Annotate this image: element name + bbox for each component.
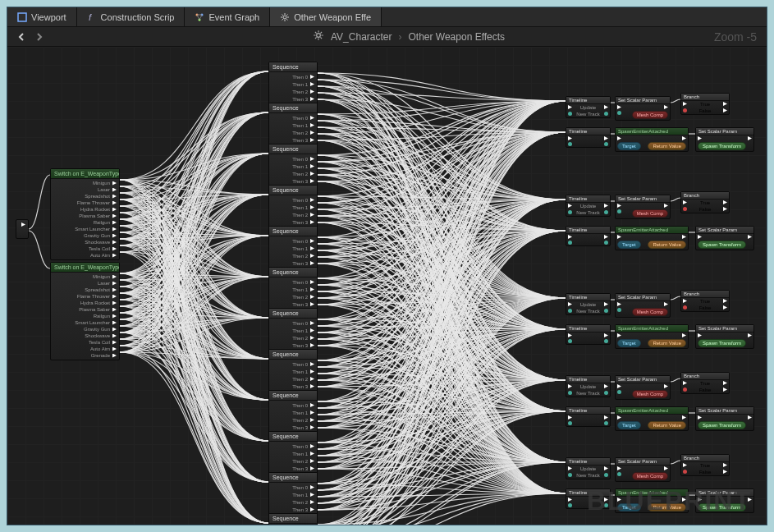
spawn-node[interactable]: SpawnEmitterAttachedTargetReturn Value	[615, 127, 689, 152]
then-pin[interactable]: Then 1	[272, 204, 314, 211]
then-pin[interactable]: Then 0	[272, 278, 314, 286]
then-pin[interactable]: Then 1	[272, 286, 314, 293]
then-pin[interactable]: Then 0	[272, 114, 314, 122]
output-pin[interactable]: Laser	[53, 280, 117, 287]
flow-node[interactable]: Set Scalar ParamMesh Comp	[615, 96, 671, 121]
flow-node[interactable]: TimelineUpdateNew Track	[566, 195, 611, 217]
then-pin[interactable]: Then 2	[272, 252, 314, 259]
switch-node-2[interactable]: Switch on E_WeaponType MinigunLaserSprea…	[50, 262, 120, 360]
output-pin[interactable]: Flame Thrower	[53, 293, 117, 300]
output-pin[interactable]: Spreadshot	[53, 287, 117, 293]
then-pin[interactable]: Then 2	[272, 88, 314, 95]
flow-node[interactable]: Timeline	[566, 127, 611, 148]
branch-node[interactable]: BranchTrueFalse	[680, 454, 730, 476]
output-pin[interactable]: Auto Aim	[53, 346, 117, 352]
breadcrumb-root[interactable]: AV_Character	[331, 31, 392, 43]
flow-node[interactable]: TimelineUpdateNew Track	[566, 375, 611, 397]
then-pin[interactable]: Then 3	[272, 506, 314, 513]
then-pin[interactable]: Then 0	[272, 484, 314, 491]
flow-node[interactable]: Set Scalar ParamMesh Comp	[615, 293, 671, 318]
spawn-node[interactable]: SpawnEmitterAttachedTargetReturn Value	[615, 226, 689, 250]
then-pin[interactable]: Then 2	[272, 170, 314, 177]
output-pin[interactable]: Gravity Gun	[53, 232, 117, 239]
flow-node[interactable]: Set Scalar ParamSpawn Transform	[695, 226, 754, 250]
output-pin[interactable]: Spreadshot	[53, 193, 117, 200]
then-pin[interactable]: Then 2	[272, 498, 314, 506]
then-pin[interactable]: Then 0	[272, 360, 314, 368]
output-pin[interactable]: Plasma Saber	[53, 306, 117, 313]
output-pin[interactable]: Tesla Coil	[53, 245, 117, 252]
then-pin[interactable]: Then 3	[272, 342, 314, 349]
output-pin[interactable]: Gravity Gun	[53, 326, 117, 332]
then-pin[interactable]: Then 3	[272, 300, 314, 308]
then-pin[interactable]: Then 0	[272, 73, 314, 80]
then-pin[interactable]: Then 2	[272, 334, 314, 342]
tab-other-weapon[interactable]: Other Weapon Effe	[270, 7, 382, 26]
then-pin[interactable]: Then 2	[272, 293, 314, 300]
output-pin[interactable]: Smart Launcher	[53, 226, 117, 232]
output-pin[interactable]: Smart Launcher	[53, 319, 117, 326]
tab-construction[interactable]: f Construction Scrip	[77, 7, 185, 26]
output-pin[interactable]: Laser	[53, 186, 117, 193]
entry-node[interactable]	[16, 219, 29, 239]
then-pin[interactable]: Then 2	[272, 375, 314, 383]
spawn-node[interactable]: SpawnEmitterAttachedTargetReturn Value	[615, 324, 689, 349]
branch-node[interactable]: BranchTrueFalse	[680, 191, 730, 213]
then-pin[interactable]: Then 2	[272, 416, 314, 424]
then-pin[interactable]: Then 1	[272, 368, 314, 375]
then-pin[interactable]: Then 3	[272, 136, 314, 144]
output-pin[interactable]: Flame Thrower	[53, 200, 117, 206]
then-pin[interactable]: Then 1	[272, 409, 314, 416]
then-pin[interactable]: Then 3	[272, 95, 314, 103]
flow-node[interactable]: TimelineUpdateNew Track	[566, 293, 611, 315]
output-pin[interactable]: Hydra Rocket	[53, 206, 117, 213]
flow-node[interactable]: Set Scalar ParamMesh Comp	[615, 457, 671, 482]
branch-node[interactable]: BranchTrueFalse	[680, 372, 730, 394]
then-pin[interactable]: Then 1	[272, 163, 314, 170]
nav-back-button[interactable]	[14, 30, 29, 44]
then-pin[interactable]: Then 2	[272, 457, 314, 465]
then-pin[interactable]: Then 1	[272, 450, 314, 457]
then-pin[interactable]: Then 1	[272, 122, 314, 129]
output-pin[interactable]: Railgun	[53, 219, 117, 226]
graph-canvas[interactable]: Switch on E_WeaponType MinigunLaserSprea…	[7, 47, 767, 525]
tab-event-graph[interactable]: Event Graph	[185, 7, 270, 26]
flow-node[interactable]: Set Scalar ParamSpawn Transform	[695, 127, 754, 152]
output-pin[interactable]: Plasma Saber	[53, 213, 117, 219]
output-pin[interactable]: Shockwave	[53, 332, 117, 339]
flow-node[interactable]: Timeline	[566, 406, 611, 427]
then-pin[interactable]: Then 3	[272, 259, 314, 267]
flow-node[interactable]: TimelineUpdateNew Track	[566, 457, 611, 479]
nav-forward-button[interactable]	[32, 30, 47, 44]
then-pin[interactable]: Then 1	[272, 327, 314, 334]
then-pin[interactable]: Then 3	[272, 465, 314, 472]
then-pin[interactable]: Then 2	[272, 129, 314, 136]
flow-node[interactable]: TimelineUpdateNew Track	[566, 96, 611, 118]
then-pin[interactable]: Then 3	[272, 218, 314, 226]
then-pin[interactable]: Then 3	[272, 424, 314, 431]
output-pin[interactable]: Minigun	[53, 180, 117, 186]
branch-node[interactable]: BranchTrueFalse	[680, 93, 730, 115]
sequence-node[interactable]: SequenceThen 0Then 1Then 2Then 3Then 4	[268, 513, 318, 525]
flow-node[interactable]: Timeline	[566, 324, 611, 345]
then-pin[interactable]: Then 1	[272, 491, 314, 498]
flow-node[interactable]: Set Scalar ParamMesh Comp	[615, 195, 671, 219]
then-pin[interactable]: Then 1	[272, 245, 314, 252]
output-pin[interactable]: Minigun	[53, 273, 117, 280]
output-pin[interactable]: Grenade	[53, 352, 117, 359]
output-pin[interactable]: Auto Aim	[53, 252, 117, 259]
branch-node[interactable]: BranchTrueFalse	[680, 290, 730, 312]
then-pin[interactable]: Then 0	[272, 155, 314, 163]
flow-node[interactable]: Timeline	[566, 226, 611, 246]
output-pin[interactable]: Tesla Coil	[53, 339, 117, 346]
flow-node[interactable]: Set Scalar ParamSpawn Transform	[695, 324, 754, 349]
spawn-node[interactable]: SpawnEmitterAttachedTargetReturn Value	[615, 406, 689, 431]
output-pin[interactable]: Railgun	[53, 313, 117, 319]
then-pin[interactable]: Then 0	[272, 401, 314, 409]
flow-node[interactable]: Set Scalar ParamMesh Comp	[615, 375, 671, 400]
output-pin[interactable]: Shockwave	[53, 239, 117, 245]
then-pin[interactable]: Then 2	[272, 211, 314, 218]
then-pin[interactable]: Then 0	[272, 443, 314, 450]
then-pin[interactable]: Then 1	[272, 80, 314, 88]
then-pin[interactable]: Then 3	[272, 177, 314, 185]
